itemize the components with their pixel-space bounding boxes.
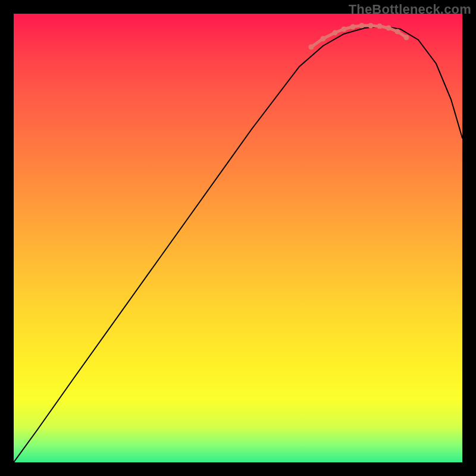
valley-dot [342, 27, 347, 32]
watermark-text: TheBottleneck.com [349, 2, 471, 17]
valley-dot [359, 23, 365, 29]
valley-dot [309, 45, 314, 50]
bottleneck-curve [14, 26, 462, 462]
chart-svg [14, 14, 462, 462]
chart-plot-area [14, 14, 462, 462]
valley-dot [386, 26, 392, 31]
valley-dot [333, 30, 338, 36]
valley-dot [321, 36, 326, 42]
valley-dot [404, 35, 409, 40]
valley-dot [395, 29, 400, 35]
valley-dot [368, 23, 374, 29]
valley-dot [377, 24, 383, 29]
valley-dot [350, 24, 356, 30]
